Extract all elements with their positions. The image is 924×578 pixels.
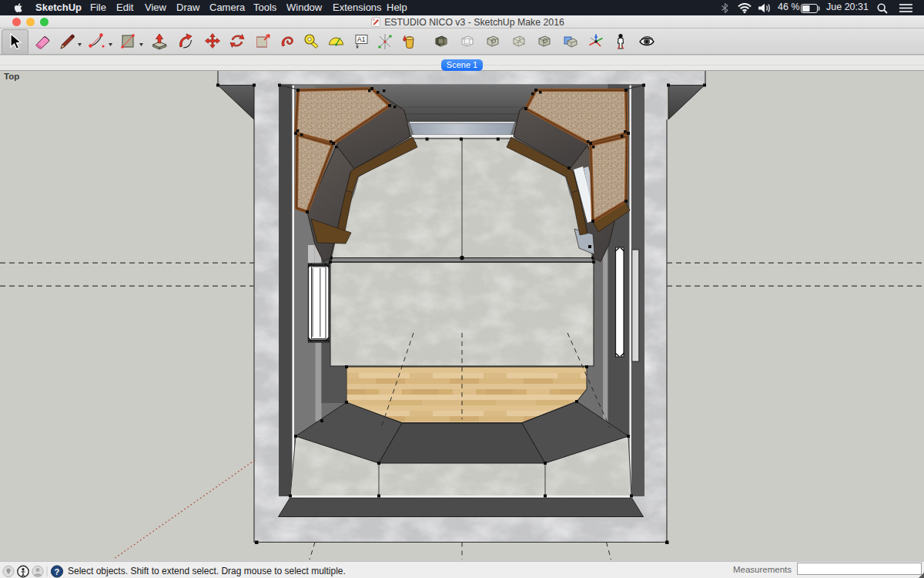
svg-text:A1: A1 <box>357 35 366 43</box>
svg-text:?: ? <box>55 567 60 576</box>
svg-text:Top: Top <box>4 72 19 81</box>
